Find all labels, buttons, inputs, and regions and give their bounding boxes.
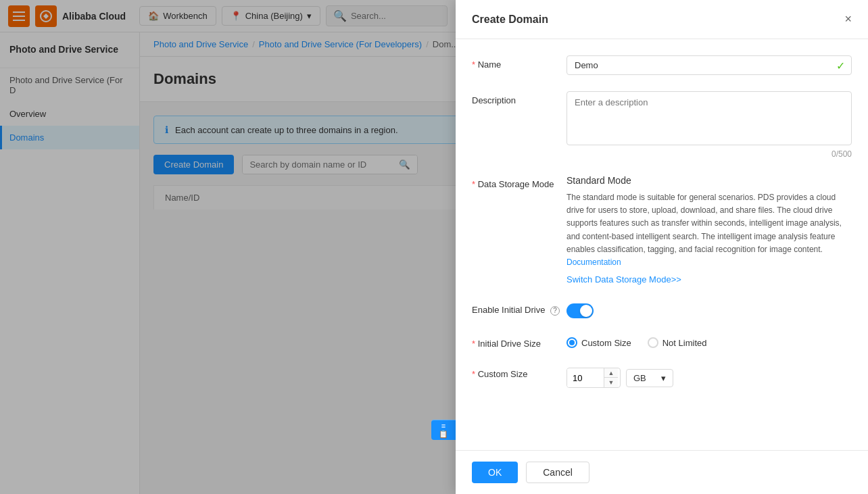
form-enable-drive-row: Enable Initial Drive ? [472, 301, 852, 318]
create-domain-modal: Create Domain × Name ✓ Description 0/500… [456, 0, 868, 494]
modal-close-button[interactable]: × [844, 12, 852, 26]
switch-mode-link[interactable]: Switch Data Storage Mode>> [566, 274, 852, 285]
unit-selected-label: GB [633, 373, 646, 383]
enable-drive-toggle-wrap [566, 301, 852, 318]
documentation-link[interactable]: Documentation [566, 257, 621, 267]
radio-custom-size[interactable]: Custom Size [566, 337, 631, 348]
modal-title: Create Domain [472, 14, 548, 26]
description-input[interactable] [566, 91, 852, 145]
radio-not-limited-circle [648, 337, 658, 348]
radio-not-limited-label: Not Limited [662, 338, 707, 348]
custom-size-content: ▲ ▼ GB ▾ [566, 365, 852, 388]
modal-footer: OK Cancel [456, 450, 868, 494]
description-field-wrap: 0/500 [566, 91, 852, 159]
name-field-wrap: ✓ [566, 55, 852, 75]
drive-size-content: Custom Size Not Limited [566, 335, 852, 348]
custom-size-wrap: ▲ ▼ GB ▾ [566, 365, 852, 388]
description-count: 0/500 [566, 149, 852, 159]
form-custom-size-row: Custom Size ▲ ▼ GB ▾ [472, 365, 852, 388]
size-spinners: ▲ ▼ [604, 368, 618, 387]
check-icon: ✓ [836, 59, 845, 72]
help-icon: ? [550, 306, 560, 316]
drive-size-radio-group: Custom Size Not Limited [566, 335, 852, 348]
cancel-button[interactable]: Cancel [526, 462, 589, 483]
unit-select[interactable]: GB ▾ [626, 369, 673, 387]
radio-not-limited[interactable]: Not Limited [648, 337, 707, 348]
size-up-button[interactable]: ▲ [604, 368, 618, 378]
enable-drive-label: Enable Initial Drive ? [472, 301, 566, 316]
unit-chevron-icon: ▾ [661, 373, 666, 383]
modal-header: Create Domain × [456, 0, 868, 39]
name-input[interactable] [566, 55, 852, 75]
form-drive-size-row: Initial Drive Size Custom Size Not Limit… [472, 335, 852, 349]
enable-drive-toggle[interactable] [566, 303, 594, 318]
size-input-wrap: ▲ ▼ [566, 368, 621, 388]
ok-button[interactable]: OK [472, 462, 518, 483]
drive-size-label: Initial Drive Size [472, 335, 566, 349]
radio-custom-size-circle [566, 337, 577, 348]
toggle-knob [580, 305, 592, 317]
radio-custom-size-label: Custom Size [581, 338, 631, 348]
mode-title: Standard Mode [566, 175, 852, 186]
form-storage-mode-row: Data Storage Mode Standard Mode The stan… [472, 175, 852, 285]
form-name-row: Name ✓ [472, 55, 852, 75]
storage-mode-content: Standard Mode The standard mode is suita… [566, 175, 852, 285]
mode-desc: The standard mode is suitable for genera… [566, 191, 852, 269]
size-input[interactable] [567, 369, 604, 387]
side-float-button[interactable]: ≡📋 [431, 420, 456, 440]
size-down-button[interactable]: ▼ [604, 378, 618, 387]
form-description-row: Description 0/500 [472, 91, 852, 159]
side-float-bar: ≡📋 [431, 420, 456, 440]
description-label: Description [472, 91, 566, 105]
custom-size-field-label: Custom Size [472, 365, 566, 379]
name-input-wrap: ✓ [566, 55, 852, 75]
storage-mode-label: Data Storage Mode [472, 175, 566, 189]
name-label: Name [472, 55, 566, 70]
modal-body: Name ✓ Description 0/500 Data Storage Mo… [456, 39, 868, 450]
